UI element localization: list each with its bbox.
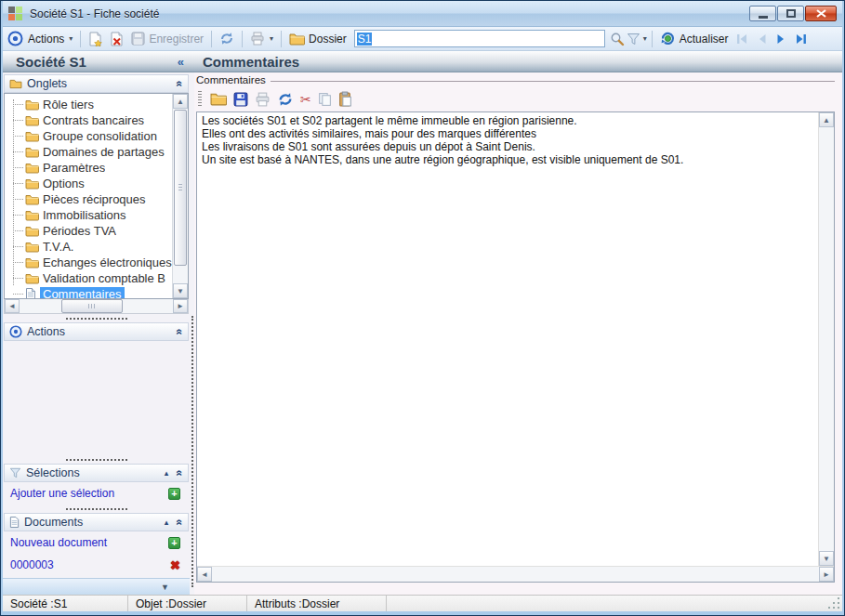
tree-item[interactable]: Paramètres xyxy=(5,160,172,176)
comment-textarea[interactable]: Les sociétés S01 et S02 partagent le mêm… xyxy=(197,112,818,566)
maximize-button[interactable] xyxy=(777,6,804,21)
groupbox-label: Commentaires xyxy=(196,74,266,85)
next-record-button[interactable] xyxy=(772,32,790,46)
first-record-button[interactable] xyxy=(733,32,751,46)
collapse-sidebar-icon[interactable]: « xyxy=(178,55,184,69)
dossier-button[interactable]: Dossier xyxy=(286,31,350,47)
save-comment-button[interactable] xyxy=(233,92,248,107)
print-button[interactable]: ▾ xyxy=(247,30,276,47)
document-link[interactable]: 0000003 xyxy=(10,558,54,571)
tree-guide-line xyxy=(13,151,23,152)
filter-icon[interactable] xyxy=(627,33,640,46)
tree-item-label: Pièces réciproques xyxy=(43,192,146,206)
selections-section-header[interactable]: Sélections ▴ « xyxy=(4,464,189,482)
collapse-section-icon[interactable]: « xyxy=(174,329,187,335)
delete-record-button[interactable] xyxy=(107,30,126,48)
scroll-up-button[interactable]: ▲ xyxy=(819,112,834,127)
tree-item[interactable]: Validation comptable B xyxy=(5,270,172,286)
scroll-up-button[interactable]: ▲ xyxy=(173,94,188,109)
actualiser-button[interactable]: Actualiser xyxy=(657,29,732,48)
actions-menu-button[interactable]: Actions ▾ xyxy=(25,31,75,47)
tree-item-label: Immobilisations xyxy=(43,208,126,222)
scroll-left-button[interactable]: ◄ xyxy=(5,299,20,313)
cut-button[interactable]: ✂ xyxy=(300,92,311,107)
scroll-thumb[interactable] xyxy=(174,110,187,266)
tree-guide-line xyxy=(13,215,23,216)
new-document-link[interactable]: Nouveau document xyxy=(10,536,107,549)
scroll-right-button[interactable]: ► xyxy=(819,567,834,582)
scroll-left-button[interactable]: ◄ xyxy=(197,567,212,582)
comment-vertical-scrollbar[interactable]: ▲ ▼ xyxy=(818,112,834,566)
close-button[interactable] xyxy=(805,6,837,21)
collapse-up-icon[interactable]: ▴ xyxy=(165,468,169,478)
add-document-button[interactable]: + xyxy=(168,537,180,549)
splitter-handle[interactable] xyxy=(3,505,190,513)
previous-record-button[interactable] xyxy=(753,32,771,46)
tree-item[interactable]: Pièces réciproques xyxy=(5,191,172,207)
status-cell: Objet :Dossier xyxy=(128,596,247,611)
sidebar-header: Société S1 « xyxy=(3,51,191,72)
tree-item[interactable]: Options xyxy=(5,176,172,191)
tree-item[interactable]: Rôle tiers xyxy=(5,97,172,112)
expand-more-icon[interactable]: ▼ xyxy=(161,583,169,592)
add-selection-link[interactable]: Ajouter une sélection xyxy=(10,487,114,500)
tree-item[interactable]: Commentaires xyxy=(5,286,172,298)
document-row: 0000003✖ xyxy=(3,554,190,576)
panel-splitter[interactable] xyxy=(190,72,194,595)
splitter-handle[interactable] xyxy=(3,455,190,464)
tree-item[interactable]: T.V.A. xyxy=(5,239,172,255)
groupbox-header: Commentaires xyxy=(196,73,835,86)
tree-item-label: Commentaires xyxy=(40,287,125,298)
search-icon[interactable] xyxy=(610,32,625,46)
toolbar-grip-handle[interactable] xyxy=(198,91,202,108)
paste-button[interactable] xyxy=(338,91,352,107)
print-comment-button[interactable] xyxy=(255,92,271,107)
refresh-comment-button[interactable] xyxy=(277,92,294,107)
comment-horizontal-scrollbar[interactable]: ◄ ► xyxy=(197,566,834,582)
folder-icon xyxy=(9,79,22,89)
actions-empty-area xyxy=(3,341,190,455)
tree-item[interactable]: Immobilisations xyxy=(5,207,172,223)
add-selection-button[interactable]: + xyxy=(168,488,180,500)
actions-section-header[interactable]: Actions « xyxy=(4,322,189,341)
scroll-down-button[interactable]: ▼ xyxy=(819,551,834,566)
page-title: Commentaires xyxy=(191,51,842,72)
tree-item[interactable]: Groupe consolidation xyxy=(5,128,172,144)
chevron-down-icon[interactable]: ▾ xyxy=(643,34,647,43)
last-record-button[interactable] xyxy=(792,32,811,46)
tree-item-label: Validation comptable B xyxy=(43,271,165,285)
folder-icon xyxy=(25,226,39,237)
tree-item[interactable]: Domaines de partages xyxy=(5,144,172,160)
search-input[interactable]: S1 xyxy=(354,30,605,47)
comment-groupbox-body: Les sociétés S01 et S02 partagent le mêm… xyxy=(196,111,835,583)
open-folder-button[interactable] xyxy=(210,92,227,106)
resize-grip[interactable] xyxy=(828,597,841,610)
tree-item[interactable]: Echanges électroniques xyxy=(5,255,172,270)
scroll-right-button[interactable]: ► xyxy=(173,299,188,313)
minimize-button[interactable] xyxy=(749,6,776,21)
toolbar-separator xyxy=(281,31,282,47)
onglets-section-header[interactable]: Onglets « xyxy=(4,74,189,93)
tree-vertical-scrollbar[interactable]: ▲ ▼ xyxy=(172,94,188,298)
delete-document-button[interactable]: ✖ xyxy=(170,559,180,571)
collapse-section-icon[interactable]: « xyxy=(174,81,187,87)
scroll-down-button[interactable]: ▼ xyxy=(173,283,188,298)
documents-section-header[interactable]: Documents ▴ « xyxy=(4,513,189,531)
close-icon xyxy=(816,9,826,18)
tree-item[interactable]: Contrats bancaires xyxy=(5,112,172,128)
tree-guide-line xyxy=(13,199,23,200)
title-bar: Société S1 - Fiche société xyxy=(3,1,842,26)
save-button[interactable]: Enregistrer xyxy=(128,30,206,47)
folder-icon xyxy=(25,178,39,190)
new-record-button[interactable] xyxy=(86,30,105,48)
scroll-thumb[interactable] xyxy=(61,299,123,313)
collapse-section-icon[interactable]: « xyxy=(174,519,187,526)
collapse-up-icon[interactable]: ▴ xyxy=(165,518,169,527)
tree-item[interactable]: Périodes TVA xyxy=(5,223,172,239)
copy-button[interactable] xyxy=(318,92,332,107)
collapse-section-icon[interactable]: « xyxy=(174,470,187,477)
splitter-handle[interactable] xyxy=(3,314,190,322)
tree-horizontal-scrollbar[interactable]: ◄ ► xyxy=(4,299,189,314)
save-icon xyxy=(131,32,145,46)
refresh-button[interactable] xyxy=(217,30,237,47)
